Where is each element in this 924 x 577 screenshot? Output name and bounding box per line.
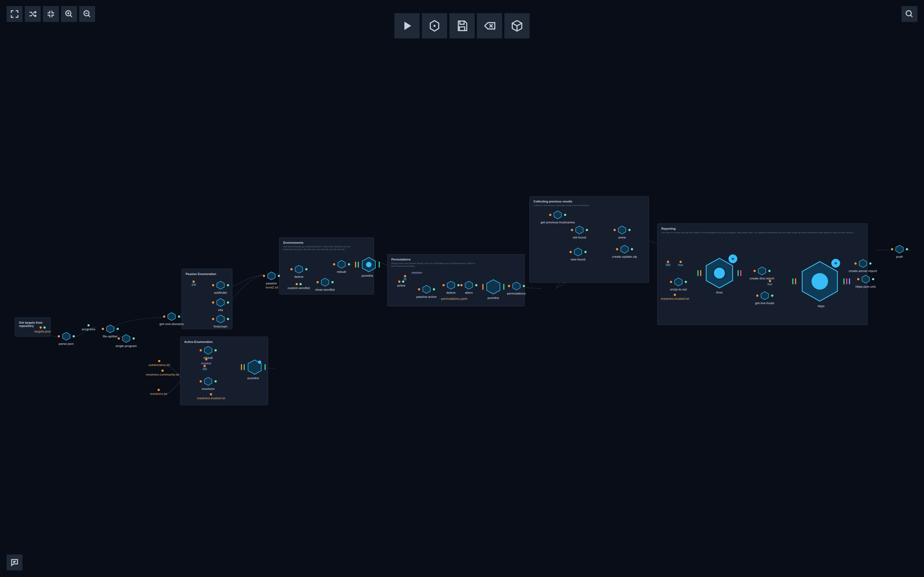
svg-marker-11 xyxy=(268,272,275,280)
node-label: resolvers-trusted.txt xyxy=(197,396,225,400)
node-ae-resolve[interactable]: resolve xyxy=(201,358,212,365)
node-pm-dsieve[interactable]: dsieve xyxy=(443,280,460,294)
node-custom-wordlist[interactable]: custom-wordlist xyxy=(288,283,310,290)
node-rp-true2[interactable]: true xyxy=(767,280,772,286)
node-label: new-found xyxy=(570,258,585,261)
svg-marker-17 xyxy=(204,347,212,355)
svg-marker-39 xyxy=(862,275,869,283)
group-get-targets[interactable]: Get targets from repository targets.json xyxy=(15,318,51,337)
node-label: level2.txt xyxy=(266,286,278,289)
node-label: dsieve xyxy=(446,291,456,294)
node-ae-150[interactable]: 150 xyxy=(202,365,207,371)
svg-marker-25 xyxy=(513,282,520,290)
node-create-server-report[interactable]: create-server-report xyxy=(849,259,877,272)
node-label: https-json-urls xyxy=(856,285,876,288)
node-vita[interactable]: vita xyxy=(212,298,229,311)
group-environments[interactable]: Environments Add environments per subdom… xyxy=(279,237,374,295)
workflow-canvas[interactable]: Get targets from repository targets.json… xyxy=(0,0,924,577)
node-unzip-to-out[interactable]: unzip-to-out xyxy=(670,277,687,291)
node-create-update-zip[interactable]: create-update-zip xyxy=(612,245,637,258)
group-title: Reporting xyxy=(661,227,864,230)
node-label: puredns xyxy=(362,274,373,277)
node-subfinder[interactable]: subfinder xyxy=(212,280,229,294)
node-pm-yaml[interactable]: permutations.yaml xyxy=(441,297,467,300)
node-single-program[interactable]: single-program xyxy=(115,334,137,348)
node-ae-resolvers[interactable]: resolvers xyxy=(200,377,217,390)
group-title: Passive Enumeration xyxy=(186,272,228,276)
node-pm-resolve[interactable]: resolve xyxy=(412,271,422,274)
node-rp-resolvers-trusted[interactable]: resolvers-trusted.txt xyxy=(661,294,689,300)
node-pm-puredns[interactable]: puredns xyxy=(482,279,504,300)
node-label: resolvers-community.txt xyxy=(146,373,179,376)
node-clean-wordlist[interactable]: clean-wordlist xyxy=(315,277,335,291)
node-old-found[interactable]: old-found xyxy=(571,225,588,239)
svg-marker-38 xyxy=(859,259,866,268)
node-label: dsieve xyxy=(294,275,304,278)
node-targets-json[interactable]: targets.json xyxy=(34,326,51,333)
svg-marker-26 xyxy=(554,211,562,219)
node-rp-true[interactable]: true xyxy=(678,261,683,266)
node-label: targets.json xyxy=(34,330,51,333)
svg-marker-31 xyxy=(675,278,682,286)
group-title: Active Enumeration xyxy=(184,340,264,343)
svg-marker-6 xyxy=(123,335,130,343)
node-get-root-domains[interactable]: get-root-domains xyxy=(160,312,184,326)
svg-point-20 xyxy=(258,361,261,364)
node-new-found[interactable]: new-found xyxy=(570,247,586,261)
node-label: permutations xyxy=(507,292,525,295)
node-findomain[interactable]: findomain xyxy=(212,314,229,328)
group-permutations[interactable]: Permutations Merge active and passive re… xyxy=(387,254,525,306)
group-desc: Add environments per subdomain level. If… xyxy=(283,245,370,251)
node-pm-passive-active[interactable]: passive-active xyxy=(416,285,437,298)
node-rp-500[interactable]: 500 xyxy=(666,261,670,266)
node-ae-mksub[interactable]: mksub xyxy=(200,346,217,359)
group-collecting[interactable]: Collecting previous results Collect to a… xyxy=(529,196,649,283)
node-pm-permutations[interactable]: permutations xyxy=(507,281,525,295)
node-env-dsieve[interactable]: dsieve xyxy=(291,264,307,278)
node-anew[interactable]: anew xyxy=(614,225,631,239)
svg-marker-9 xyxy=(217,315,224,323)
group-desc: Use dnsx to resolve and get the details … xyxy=(661,231,859,234)
node-pm-alterx[interactable]: alterx xyxy=(460,280,477,294)
node-subdomains-txt[interactable]: subdomains.txt xyxy=(149,360,170,366)
node-push[interactable]: push xyxy=(891,245,908,258)
node-label: old-found xyxy=(573,236,586,239)
group-active-enum[interactable]: Active Enumeration mksub resolve 150 res… xyxy=(180,337,268,405)
group-passive-enum[interactable]: Passive Enumeration 100 subfinder vita f… xyxy=(181,269,233,329)
node-get-previous-hostnames[interactable]: get-previous-hostnames xyxy=(541,210,575,224)
node-value-100[interactable]: 100 xyxy=(191,280,196,286)
node-parse-json[interactable]: parse-json xyxy=(58,332,75,345)
svg-marker-29 xyxy=(574,248,582,256)
group-desc: Merge active and passive results, and ru… xyxy=(391,262,479,268)
node-env-puredns[interactable]: puredns xyxy=(355,256,380,277)
node-label: mksub xyxy=(337,270,346,273)
node-ae-puredns[interactable]: puredns xyxy=(241,359,266,380)
svg-marker-13 xyxy=(321,278,329,286)
svg-marker-28 xyxy=(618,226,626,234)
node-httpx[interactable]: httpx xyxy=(792,259,850,308)
node-pm-active[interactable]: active xyxy=(397,280,405,287)
node-get-live-hosts[interactable]: get-live-hosts xyxy=(755,291,774,305)
node-value: 25 xyxy=(404,278,407,281)
node-label: alterx xyxy=(465,291,473,294)
node-label: httpx xyxy=(817,305,824,308)
node-create-dns-report[interactable]: create-dns-report xyxy=(750,266,774,280)
node-value: 500 xyxy=(666,263,670,266)
node-pm-25[interactable]: 25 xyxy=(404,275,407,281)
badge-httpx[interactable] xyxy=(831,259,840,268)
node-ae-resolvers-trusted[interactable]: resolvers-trusted.txt xyxy=(197,393,225,400)
node-https-json-urls[interactable]: https-json-urls xyxy=(856,274,876,288)
node-passive[interactable]: passive xyxy=(263,271,280,285)
svg-marker-18 xyxy=(204,377,212,385)
node-level2[interactable]: level2.txt xyxy=(266,286,278,289)
svg-marker-40 xyxy=(896,245,903,253)
svg-marker-27 xyxy=(575,226,583,234)
node-resolvers-txt[interactable]: resolvers.txt xyxy=(150,389,167,395)
node-programs[interactable]: programs xyxy=(82,324,95,331)
badge-dnsx[interactable] xyxy=(729,255,737,263)
node-env-mksub[interactable]: mksub xyxy=(333,259,350,273)
group-reporting[interactable]: Reporting Use dnsx to resolve and get th… xyxy=(657,223,867,325)
node-resolvers-community[interactable]: resolvers-community.txt xyxy=(146,369,179,376)
node-label: passive-active xyxy=(416,295,437,298)
group-title: Environments xyxy=(283,241,370,244)
